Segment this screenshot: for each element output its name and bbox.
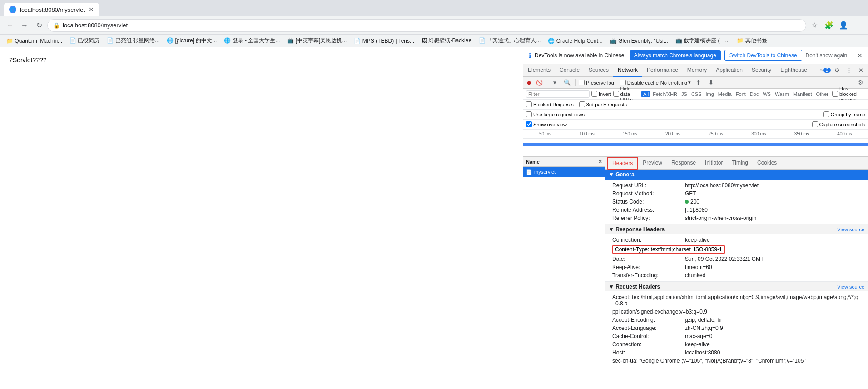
bookmark-item[interactable]: 🌐 登录 - 全国大学生... (221, 36, 283, 45)
tab-security[interactable]: Security (747, 64, 776, 77)
export-icon[interactable]: ⬇ (705, 77, 716, 88)
tab-application[interactable]: Application (711, 64, 747, 77)
request-url-val: http://localhost:8080/myservlet (685, 182, 759, 189)
keep-alive-key: Keep-Alive: (612, 264, 685, 270)
headers-tab-initiator[interactable]: Initiator (700, 157, 727, 170)
tab-close-button[interactable]: ✕ (89, 6, 94, 13)
forward-button[interactable]: → (18, 19, 31, 32)
bookmark-item[interactable]: 📺 数学建模讲座 (一... (673, 36, 733, 45)
filter-other[interactable]: Other (814, 91, 830, 97)
bookmark-item[interactable]: 📄 已亮组 张量网络... (104, 36, 162, 45)
extensions-button[interactable]: 🧩 (823, 19, 835, 32)
close-name-panel-icon[interactable]: ✕ (598, 159, 602, 164)
timeline-label: 300 ms (751, 131, 766, 136)
bookmark-item[interactable]: 📄 已投简历 (67, 36, 102, 45)
accept-encoding-key: Accept-Encoding: (612, 317, 685, 323)
menu-button[interactable]: ⋮ (852, 19, 864, 32)
request-method-val: GET (685, 190, 696, 197)
filter-css[interactable]: CSS (689, 91, 704, 97)
bookmark-item[interactable]: 🌐 [picture] 的中文... (164, 36, 219, 45)
show-overview-checkbox[interactable]: Show overview (526, 121, 567, 127)
filter-all[interactable]: All (641, 91, 650, 97)
accept-cont-val: pplication/signed-exchange;v=b3;q=0.9 (612, 309, 707, 315)
profile-button[interactable]: 👤 (837, 19, 850, 32)
blocked-requests-checkbox[interactable]: Blocked Requests (526, 101, 574, 107)
switch-to-chinese-button[interactable]: Switch DevTools to Chinese (724, 50, 802, 61)
filter-media[interactable]: Media (716, 91, 734, 97)
general-label: ▼ General (609, 171, 636, 178)
headers-tab-headers[interactable]: Headers (607, 157, 638, 170)
content-type-row: Content-Type: text/html;charset=ISO-8859… (605, 244, 868, 255)
general-section-header[interactable]: ▼ General (605, 170, 868, 180)
back-button[interactable]: ← (4, 19, 16, 32)
use-large-rows-checkbox[interactable]: Use large request rows (526, 111, 585, 117)
record-button[interactable]: ⏺ (525, 79, 533, 87)
tab-lighthouse[interactable]: Lighthouse (776, 64, 812, 77)
transfer-encoding-key: Transfer-Encoding: (612, 272, 685, 279)
tab-memory[interactable]: Memory (683, 64, 711, 77)
request-headers-label: ▼ Request Headers (609, 284, 660, 290)
tab-sources[interactable]: Sources (584, 64, 613, 77)
reload-button[interactable]: ↻ (33, 19, 45, 32)
tab-elements[interactable]: Elements (523, 64, 555, 77)
filter-fetch-xhr[interactable]: Fetch/XHR (651, 91, 679, 97)
response-headers-header[interactable]: ▼ Response Headers View source (605, 224, 868, 234)
accept-language-val: zh-CN,zh;q=0.9 (685, 325, 723, 331)
import-icon[interactable]: ⬆ (693, 77, 704, 88)
always-match-language-button[interactable]: Always match Chrome's language (630, 50, 721, 60)
third-party-checkbox[interactable]: 3rd-party requests (579, 101, 627, 107)
request-list: Name ✕ 📄 myservlet Headers (523, 157, 868, 389)
request-view-source-link[interactable]: View source (837, 284, 864, 289)
dont-show-again-link[interactable]: Don't show again (806, 52, 848, 59)
bookmark-item[interactable]: 📺 [中英字幕]吴恩达机... (284, 36, 349, 45)
response-view-source-link[interactable]: View source (837, 227, 864, 232)
request-item-myservlet[interactable]: 📄 myservlet (523, 167, 605, 177)
request-headers-header[interactable]: ▼ Request Headers View source (605, 281, 868, 291)
connection-request-key: Connection: (612, 341, 685, 348)
more-options-icon[interactable]: ⋮ (843, 65, 854, 76)
address-bar[interactable]: 🔒 localhost:8080/myservlet (47, 19, 806, 32)
preserve-log-checkbox[interactable]: Preserve log (579, 80, 614, 85)
capture-screenshots-checkbox[interactable]: Capture screenshots (812, 121, 866, 127)
filter-img[interactable]: Img (704, 91, 716, 97)
filter-manifest[interactable]: Manifest (791, 91, 814, 97)
bookmark-other[interactable]: 📁 其他书签 (734, 36, 769, 45)
more-tabs-icon[interactable]: » (820, 68, 823, 73)
response-headers-section: ▼ Response Headers View source Connectio… (605, 224, 868, 281)
headers-tab-response[interactable]: Response (667, 157, 700, 170)
bookmark-item[interactable]: 📄 MPS (TEBD) | Tens... (351, 37, 417, 45)
clear-button[interactable]: 🚫 (535, 79, 543, 87)
filter-js[interactable]: JS (680, 91, 689, 97)
tab-network[interactable]: Network (613, 64, 642, 77)
timeline-label: 50 ms (539, 131, 551, 136)
settings-icon[interactable]: ⚙ (832, 65, 843, 76)
filter-icon[interactable]: ▾ (549, 77, 560, 88)
invert-checkbox[interactable]: Invert (591, 91, 611, 97)
filter-input[interactable] (526, 90, 590, 98)
filter-font[interactable]: Font (734, 91, 748, 97)
filter-doc[interactable]: Doc (748, 91, 761, 97)
close-devtools-icon[interactable]: ✕ (855, 65, 866, 76)
search-icon[interactable]: 🔍 (562, 77, 573, 88)
response-headers-body: Connection: keep-alive Content-Type: tex… (605, 234, 868, 281)
headers-tab-preview[interactable]: Preview (638, 157, 667, 170)
tab-console[interactable]: Console (555, 64, 584, 77)
headers-tab-cookies[interactable]: Cookies (753, 157, 781, 170)
browser-tab[interactable]: 🌐 localhost:8080/myservlet ✕ (4, 3, 99, 16)
group-by-frame-checkbox[interactable]: Group by frame (823, 111, 865, 117)
disable-cache-checkbox[interactable]: Disable cache (620, 80, 659, 85)
bookmark-item[interactable]: 📺 Glen Evenbly: "Usi... (607, 37, 671, 45)
bookmark-item[interactable]: 📁 Quantum_Machin... (4, 37, 65, 45)
tab-performance[interactable]: Performance (642, 64, 683, 77)
filter-wasm[interactable]: Wasm (773, 91, 791, 97)
headers-tab-timing[interactable]: Timing (727, 157, 753, 170)
bookmark-item[interactable]: 🌐 Oracle Help Cent... (545, 37, 605, 45)
notification-close-button[interactable]: ✕ (857, 52, 863, 59)
bookmark-item[interactable]: 📄 「宾通式」心理育人... (476, 36, 543, 45)
throttle-dropdown[interactable]: No throttling ▾ (660, 80, 691, 85)
bookmark-button[interactable]: ☆ (808, 19, 821, 32)
status-code-row: Status Code: 200 (605, 198, 868, 206)
request-method-row: Request Method: GET (605, 190, 868, 198)
bookmark-item[interactable]: 🖼 幻想壁纸-Backiee (419, 36, 474, 45)
filter-ws[interactable]: WS (761, 91, 773, 97)
